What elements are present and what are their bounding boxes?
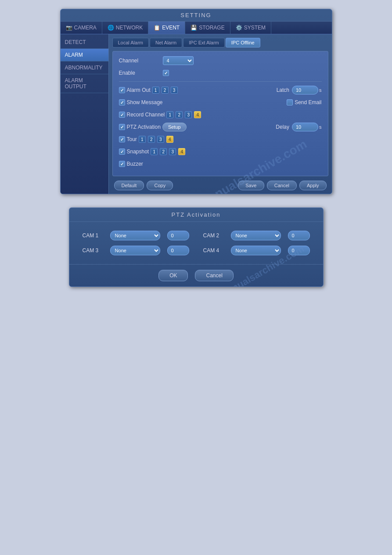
tab-event[interactable]: 📋 EVENT bbox=[148, 22, 185, 34]
save-label: Save bbox=[245, 183, 256, 188]
tour-checkbox[interactable] bbox=[119, 136, 125, 142]
record-channel-checkbox[interactable] bbox=[119, 112, 125, 118]
form-area: Channel 4 Enable bbox=[112, 51, 328, 176]
system-icon: ⚙️ bbox=[236, 25, 242, 31]
snapshot-row: Snapshot 1 2 3 4 bbox=[119, 147, 322, 156]
camera-icon: 📷 bbox=[66, 25, 72, 31]
alarm-out-label: Alarm Out bbox=[127, 87, 151, 93]
ptz-cancel-button[interactable]: Cancel bbox=[195, 270, 233, 281]
ptz-activation-checkbox[interactable] bbox=[119, 124, 125, 130]
ptz-setup-button[interactable]: Setup bbox=[162, 123, 187, 131]
sub-tab-net-alarm[interactable]: Net Alarm bbox=[150, 38, 182, 47]
cam2-input[interactable] bbox=[288, 231, 310, 240]
record-ch-2[interactable]: 2 bbox=[176, 111, 183, 118]
tour-num-1[interactable]: 1 bbox=[139, 136, 146, 143]
cam4-label: CAM 4 bbox=[203, 247, 224, 254]
tab-storage[interactable]: 💾 STORAGE bbox=[185, 22, 230, 34]
nav-tabs: 📷 CAMERA 🌐 NETWORK 📋 EVENT 💾 STORAGE ⚙️ … bbox=[61, 22, 332, 34]
alarm-out-num-1[interactable]: 1 bbox=[152, 87, 159, 94]
local-alarm-label: Local Alarm bbox=[118, 40, 143, 45]
tab-camera[interactable]: 📷 CAMERA bbox=[61, 22, 102, 34]
sub-tab-local-alarm[interactable]: Local Alarm bbox=[112, 38, 149, 47]
latch-input[interactable] bbox=[292, 86, 318, 94]
network-icon: 🌐 bbox=[108, 25, 114, 31]
sub-tab-ipc-ext-alarm[interactable]: IPC Ext Alarm bbox=[183, 38, 224, 47]
right-buttons: Save Cancel Apply bbox=[238, 181, 327, 190]
send-email-checkbox[interactable] bbox=[287, 99, 293, 105]
cam2-select[interactable]: None bbox=[231, 231, 281, 240]
copy-button[interactable]: Copy bbox=[147, 181, 173, 190]
ptz-row-2: CAM 3 None CAM 4 None bbox=[83, 246, 310, 255]
snapshot-num-4[interactable]: 4 bbox=[178, 148, 185, 155]
record-ch-4[interactable]: 4 bbox=[194, 111, 201, 118]
ptz-ok-label: OK bbox=[169, 272, 177, 279]
sidebar-alarmoutput-label: ALARM OUTPUT bbox=[65, 77, 86, 90]
default-button[interactable]: Default bbox=[114, 181, 144, 190]
snapshot-num-1[interactable]: 1 bbox=[151, 148, 158, 155]
ipc-offline-label: IPC Offline bbox=[231, 40, 255, 45]
ptz-setup-label: Setup bbox=[168, 124, 181, 130]
cam3-input[interactable] bbox=[167, 246, 189, 255]
sidebar-item-detect[interactable]: DETECT bbox=[61, 36, 108, 49]
snapshot-num-2[interactable]: 2 bbox=[160, 148, 167, 155]
buzzer-checkbox[interactable] bbox=[119, 161, 125, 167]
record-channel-row: Record Channel 1 2 3 4 bbox=[119, 110, 322, 120]
ptz-cancel-label: Cancel bbox=[206, 272, 222, 279]
ptz-content: CAM 1 None CAM 2 None CAM 3 None bbox=[69, 222, 323, 264]
cam1-label: CAM 1 bbox=[83, 232, 103, 239]
sidebar-abnormality-label: ABNORMALITY bbox=[65, 65, 103, 71]
alarm-out-num-3[interactable]: 3 bbox=[171, 87, 178, 94]
setting-title: SETTING bbox=[61, 9, 332, 22]
sub-tabs: Local Alarm Net Alarm IPC Ext Alarm IPC … bbox=[112, 38, 328, 47]
tab-storage-label: STORAGE bbox=[199, 25, 224, 31]
enable-label: Enable bbox=[119, 70, 163, 76]
delay-unit: s bbox=[319, 124, 322, 130]
tab-system-label: SYSTEM bbox=[244, 25, 266, 31]
record-ch-3[interactable]: 3 bbox=[185, 111, 192, 118]
latch-label: Latch bbox=[277, 87, 289, 93]
left-buttons: Default Copy bbox=[114, 181, 173, 190]
sub-tab-ipc-offline[interactable]: IPC Offline bbox=[226, 38, 260, 47]
cam4-input[interactable] bbox=[288, 246, 310, 255]
enable-checkbox[interactable] bbox=[163, 70, 169, 76]
ptz-ok-button[interactable]: OK bbox=[158, 270, 188, 281]
record-ch-1[interactable]: 1 bbox=[166, 111, 173, 118]
buzzer-row: Buzzer bbox=[119, 159, 322, 169]
tab-system[interactable]: ⚙️ SYSTEM bbox=[230, 22, 271, 34]
sidebar-item-alarm[interactable]: ALARM bbox=[61, 49, 108, 62]
ptz-title: PTZ Activation bbox=[69, 208, 323, 222]
cam1-input[interactable] bbox=[167, 231, 189, 240]
tour-num-3[interactable]: 3 bbox=[157, 136, 164, 143]
enable-value bbox=[163, 70, 169, 76]
sidebar-detect-label: DETECT bbox=[65, 39, 86, 45]
snapshot-checkbox[interactable] bbox=[119, 149, 125, 155]
apply-button[interactable]: Apply bbox=[299, 181, 327, 190]
sidebar-item-abnormality[interactable]: ABNORMALITY bbox=[61, 62, 108, 74]
cam1-select[interactable]: None bbox=[110, 231, 160, 240]
alarm-latch-row: Alarm Out 1 2 3 Latch s bbox=[119, 85, 322, 95]
tab-event-label: EVENT bbox=[162, 25, 180, 31]
alarm-out-checkbox[interactable] bbox=[119, 87, 125, 93]
latch-unit: s bbox=[319, 87, 322, 93]
tour-row: Tour 1 2 3 4 bbox=[119, 134, 322, 144]
tour-num-4[interactable]: 4 bbox=[166, 136, 173, 143]
cancel-button[interactable]: Cancel bbox=[267, 181, 297, 190]
channel-value: 4 bbox=[163, 56, 194, 65]
cam3-select[interactable]: None bbox=[110, 246, 160, 255]
snapshot-num-3[interactable]: 3 bbox=[169, 148, 176, 155]
channel-select[interactable]: 4 bbox=[163, 56, 194, 65]
tour-num-2[interactable]: 2 bbox=[148, 136, 155, 143]
setting-window: SETTING 📷 CAMERA 🌐 NETWORK 📋 EVENT 💾 STO… bbox=[60, 9, 332, 194]
ptz-row-1: CAM 1 None CAM 2 None bbox=[83, 231, 310, 240]
sidebar-item-alarm-output[interactable]: ALARM OUTPUT bbox=[61, 74, 108, 93]
ptz-delay-row: PTZ Activation Setup Delay s bbox=[119, 122, 322, 132]
show-message-checkbox[interactable] bbox=[119, 99, 125, 105]
delay-input[interactable] bbox=[292, 123, 318, 131]
save-button[interactable]: Save bbox=[238, 181, 264, 190]
ipc-ext-alarm-label: IPC Ext Alarm bbox=[189, 40, 219, 45]
content-area: DETECT ALARM ABNORMALITY ALARM OUTPUT Lo… bbox=[61, 34, 332, 194]
alarm-out-num-2[interactable]: 2 bbox=[162, 87, 169, 94]
tab-network[interactable]: 🌐 NETWORK bbox=[102, 22, 148, 34]
sidebar-alarm-label: ALARM bbox=[65, 52, 83, 58]
cam4-select[interactable]: None bbox=[231, 246, 281, 255]
